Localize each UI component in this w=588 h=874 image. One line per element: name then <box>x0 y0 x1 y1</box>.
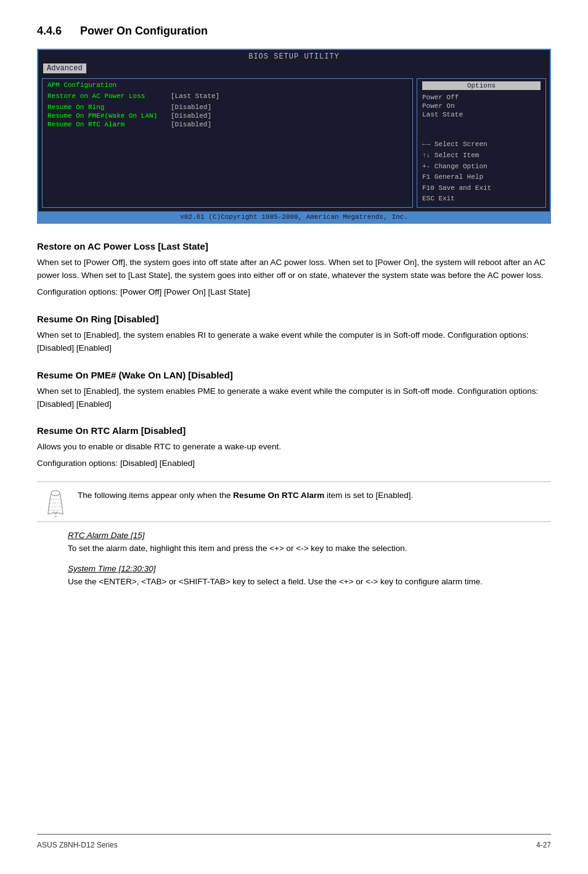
bios-row-value: [Disabled] <box>171 112 211 120</box>
subsection-heading: Resume On Ring [Disabled] <box>37 314 551 324</box>
bios-option: Last State <box>422 111 541 118</box>
bios-key-hint: ←→ Select Screen <box>422 139 541 150</box>
footer-right: 4-27 <box>536 841 551 849</box>
subsection-body: When set to [Power Off], the system goes… <box>37 256 551 282</box>
bios-row: Resume On RTC Alarm[Disabled] <box>47 121 407 128</box>
bios-option: Power Off <box>422 94 541 101</box>
bios-rows: Restore on AC Power Loss[Last State]Resu… <box>47 92 407 128</box>
bios-row-label: Resume On PME#(Wake On LAN) <box>47 112 171 120</box>
bios-key-hint: F1 General Help <box>422 172 541 183</box>
bios-key-hint: F10 Save and Exit <box>422 183 541 194</box>
bios-row-label: Resume On RTC Alarm <box>47 121 171 128</box>
bios-key-hint: ↑↓ Select Item <box>422 150 541 161</box>
sub-item-body: To set the alarm date, highlight this it… <box>68 542 551 555</box>
footer-left: ASUS Z8NH-D12 Series <box>37 841 118 849</box>
bios-row-value: [Disabled] <box>171 121 211 128</box>
bios-option: Power On <box>422 102 541 110</box>
bios-key-hint: ESC Exit <box>422 194 541 205</box>
bios-left-header: APM Configuration <box>47 81 407 89</box>
bios-footer: v02.61 (C)Copyright 1985-2009, American … <box>38 211 550 223</box>
bios-screenshot: BIOS SETUP UTILITY Advanced APM Configur… <box>37 49 551 224</box>
sub-item-heading: System Time [12:30:30] <box>68 564 551 573</box>
bios-menu-advanced: Advanced <box>43 63 86 73</box>
page-footer: ASUS Z8NH-D12 Series 4-27 <box>37 834 551 849</box>
bios-row-value: [Disabled] <box>171 104 211 111</box>
bios-content: APM Configuration Restore on AC Power Lo… <box>38 76 550 211</box>
note-box: The following items appear only when the… <box>37 481 551 522</box>
bios-row: Restore on AC Power Loss[Last State] <box>47 92 407 100</box>
subsection-body: When set to [Enabled], the system enable… <box>37 329 551 355</box>
note-text-after: item is set to [Enabled]. <box>324 491 413 500</box>
section-number: 4.4.6 <box>37 25 62 38</box>
bios-row-label: Resume On Ring <box>47 104 171 111</box>
subsection-body: When set to [Enabled], the system enable… <box>37 385 551 411</box>
bios-row: Resume On Ring[Disabled] <box>47 104 407 111</box>
bios-right-panel: Options Power OffPower OnLast State ←→ S… <box>417 78 546 208</box>
bios-row-label: Restore on AC Power Loss <box>47 92 171 100</box>
bios-left-panel: APM Configuration Restore on AC Power Lo… <box>42 78 413 208</box>
sub-items: RTC Alarm Date [15]To set the alarm date… <box>68 531 551 589</box>
bios-title: BIOS SETUP UTILITY <box>38 50 550 62</box>
note-text: The following items appear only when the… <box>78 489 413 502</box>
subsection-body: Allows you to enable or disable RTC to g… <box>37 441 551 454</box>
subsection-heading: Restore on AC Power Loss [Last State] <box>37 241 551 251</box>
svg-point-0 <box>51 491 60 496</box>
subsection-body: Configuration options: [Disabled] [Enabl… <box>37 457 551 470</box>
bios-menu-bar: Advanced <box>38 62 550 76</box>
subsection-body: Configuration options: [Power Off] [Powe… <box>37 286 551 299</box>
note-bold: Resume On RTC Alarm <box>233 491 324 500</box>
sub-item-heading: RTC Alarm Date [15] <box>68 531 551 540</box>
note-text-before: The following items appear only when the <box>78 491 233 500</box>
bios-options-header: Options <box>422 81 541 90</box>
bios-row-value: [Last State] <box>171 92 219 100</box>
bios-options: Power OffPower OnLast State <box>422 94 541 118</box>
bios-keys: ←→ Select Screen↑↓ Select Item+- Change … <box>422 139 541 205</box>
note-icon <box>43 489 68 514</box>
subsection-heading: Resume On RTC Alarm [Disabled] <box>37 425 551 436</box>
bios-key-hint: +- Change Option <box>422 161 541 173</box>
section-title: Power On Configuration <box>80 25 208 38</box>
bios-row: Resume On PME#(Wake On LAN)[Disabled] <box>47 112 407 120</box>
subsections: Restore on AC Power Loss [Last State]Whe… <box>37 241 551 470</box>
sub-item-body: Use the <ENTER>, <TAB> or <SHIFT-TAB> ke… <box>68 576 551 589</box>
subsection-heading: Resume On PME# (Wake On LAN) [Disabled] <box>37 370 551 380</box>
